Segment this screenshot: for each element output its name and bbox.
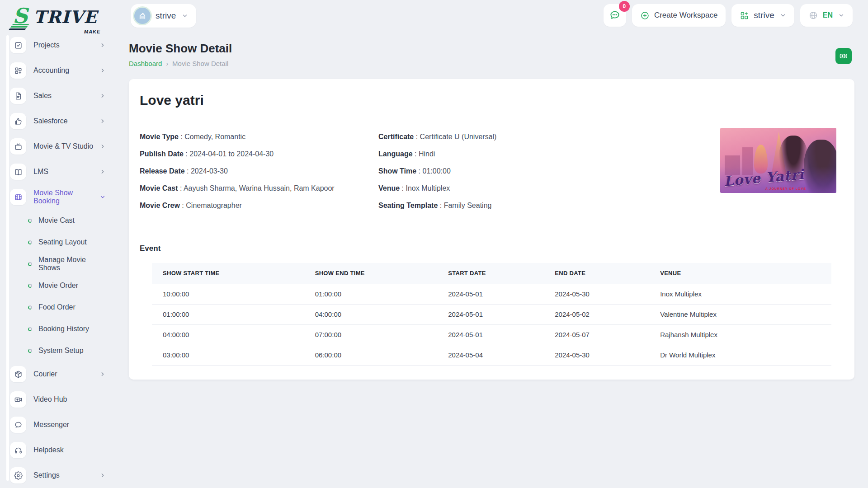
chevron-right-icon — [99, 67, 106, 74]
event-table: SHOW START TIME SHOW END TIME START DATE… — [152, 263, 831, 366]
sidebar-subitem-movie-cast[interactable]: Movie Cast — [10, 210, 106, 231]
column-header-venue: VENUE — [649, 263, 831, 284]
sidebar-subitem-label: Movie Order — [38, 282, 78, 290]
sidebar-subitem-seating-layout[interactable]: Seating Layout — [10, 231, 106, 253]
cell-end-date: 2024-05-02 — [544, 304, 649, 324]
event-heading: Event — [140, 244, 844, 253]
chevron-right-icon — [99, 42, 106, 48]
sidebar-item-movie-tv-studio[interactable]: Movie & TV Studio — [10, 134, 106, 159]
column-header-start-date: START DATE — [437, 263, 544, 284]
headset-icon — [10, 442, 26, 458]
cell-show-end-time: 01:00:00 — [304, 284, 438, 304]
chevron-right-icon — [99, 93, 106, 99]
logo-s-glyph: S — [13, 5, 33, 31]
cell-show-end-time: 04:00:00 — [304, 304, 438, 324]
cell-start-date: 2024-05-01 — [437, 304, 544, 324]
topbar-actions: 0 Create Workspace strive — [604, 4, 853, 27]
app-logo[interactable]: S TRIVE MAKE — [13, 5, 97, 31]
movie-title: Love yatri — [140, 93, 844, 108]
card-divider — [140, 120, 844, 120]
sidebar-subitem-food-order[interactable]: Food Order — [10, 296, 106, 318]
breadcrumb-dashboard-link[interactable]: Dashboard — [129, 60, 162, 67]
film-icon — [10, 189, 26, 205]
book-icon — [10, 164, 26, 180]
sidebar-item-lms[interactable]: LMS — [10, 159, 106, 184]
detail-field-movie-type: Movie Type : Comedy, Romantic — [140, 133, 378, 141]
chat-button[interactable]: 0 — [604, 4, 626, 27]
video-plus-icon — [839, 52, 848, 61]
gear-icon — [10, 467, 26, 483]
bullet-icon — [28, 283, 33, 288]
detail-field-publish-date: Publish Date : 2024-04-01 to 2024-04-30 — [140, 150, 378, 158]
sidebar-subitem-movie-order[interactable]: Movie Order — [10, 275, 106, 296]
detail-field-movie-cast: Movie Cast : Aayush Sharma, Warina Hussa… — [140, 184, 378, 192]
sidebar-item-courier[interactable]: Courier — [10, 361, 106, 387]
cell-start-date: 2024-05-01 — [437, 324, 544, 345]
bullet-icon — [28, 262, 33, 267]
sidebar-item-label: Projects — [33, 41, 99, 49]
cell-show-start-time: 03:00:00 — [152, 345, 304, 365]
chevron-right-icon — [99, 143, 106, 150]
sidebar-item-label: Messenger — [33, 421, 106, 429]
topbar: S TRIVE MAKE strive — [0, 0, 868, 32]
sidebar-subitem-label: System Setup — [38, 347, 84, 355]
cell-venue: Rajhansh Multiplex — [649, 324, 831, 345]
table-row: 10:00:00 01:00:00 2024-05-01 2024-05-30 … — [152, 284, 831, 304]
sidebar-item-video-hub[interactable]: Video Hub — [10, 387, 106, 412]
building-icon — [138, 11, 147, 20]
sidebar-subitem-booking-history[interactable]: Booking History — [10, 318, 106, 340]
bullet-icon — [28, 305, 33, 310]
grid-plus-icon — [740, 11, 749, 20]
video-icon — [10, 391, 26, 408]
watch-trailer-button[interactable] — [835, 48, 852, 64]
table-row: 03:00:00 06:00:00 2024-05-04 2024-05-30 … — [152, 345, 831, 365]
sidebar-item-label: Movie & TV Studio — [33, 142, 99, 150]
sidebar-item-label: Helpdesk — [33, 446, 106, 454]
workspace-dropdown-label: strive — [754, 10, 774, 20]
language-selector[interactable]: EN — [800, 4, 853, 27]
detail-field-language: Language : Hindi — [378, 150, 632, 158]
chevron-right-icon — [99, 169, 106, 175]
sidebar-item-label: Accounting — [33, 66, 99, 75]
sidebar-item-salesforce[interactable]: Salesforce — [10, 108, 106, 134]
sidebar-item-projects[interactable]: Projects — [10, 33, 106, 58]
package-icon — [10, 366, 26, 382]
sidebar-item-helpdesk[interactable]: Helpdesk — [10, 437, 106, 463]
cell-venue: Dr World Multiplex — [649, 345, 831, 365]
sidebar-item-accounting[interactable]: Accounting — [10, 58, 106, 83]
sidebar-item-sales[interactable]: Sales — [10, 83, 106, 108]
breadcrumb: Dashboard › Movie Show Detail — [129, 60, 228, 67]
detail-field-show-time: Show Time : 01:00:00 — [378, 167, 632, 175]
sidebar-subitem-label: Movie Cast — [38, 216, 75, 225]
detail-column-right: Certificate : Certificate U (Universal) … — [378, 133, 632, 219]
page-title: Movie Show Detail — [129, 42, 232, 56]
workspace-dropdown[interactable]: strive — [731, 4, 794, 27]
workspace-avatar — [134, 8, 151, 24]
workspace-selector[interactable]: strive — [131, 4, 196, 28]
sidebar-item-settings[interactable]: Settings — [10, 463, 106, 488]
sidebar-subitem-label: Food Order — [38, 303, 75, 311]
cell-show-start-time: 10:00:00 — [152, 284, 304, 304]
sidebar-subitem-system-setup[interactable]: System Setup — [10, 340, 106, 361]
sidebar-subitem-label: Manage Movie Shows — [38, 256, 106, 272]
column-header-show-start-time: SHOW START TIME — [152, 263, 304, 284]
sidebar-item-movie-show-booking[interactable]: Movie Show Booking — [10, 184, 106, 210]
create-workspace-label: Create Workspace — [654, 11, 717, 20]
workspace-name: strive — [156, 11, 176, 21]
sidebar-item-messenger[interactable]: Messenger — [10, 412, 106, 437]
cell-start-date: 2024-05-04 — [437, 345, 544, 365]
logo-speed-lines — [9, 24, 29, 30]
sidebar-subitem-manage-movie-shows[interactable]: Manage Movie Shows — [10, 253, 106, 275]
sidebar-item-label: Video Hub — [33, 395, 106, 404]
chevron-down-icon — [99, 194, 106, 200]
sidebar-scrollbar[interactable] — [6, 35, 9, 481]
bullet-icon — [28, 240, 33, 245]
chat-badge: 0 — [619, 1, 630, 12]
sidebar-item-label: Courier — [33, 370, 99, 378]
bullet-icon — [28, 348, 33, 353]
cell-show-end-time: 07:00:00 — [304, 324, 438, 345]
cell-end-date: 2024-05-07 — [544, 324, 649, 345]
column-header-end-date: END DATE — [544, 263, 649, 284]
create-workspace-button[interactable]: Create Workspace — [632, 4, 726, 27]
plus-circle-icon — [640, 11, 650, 20]
